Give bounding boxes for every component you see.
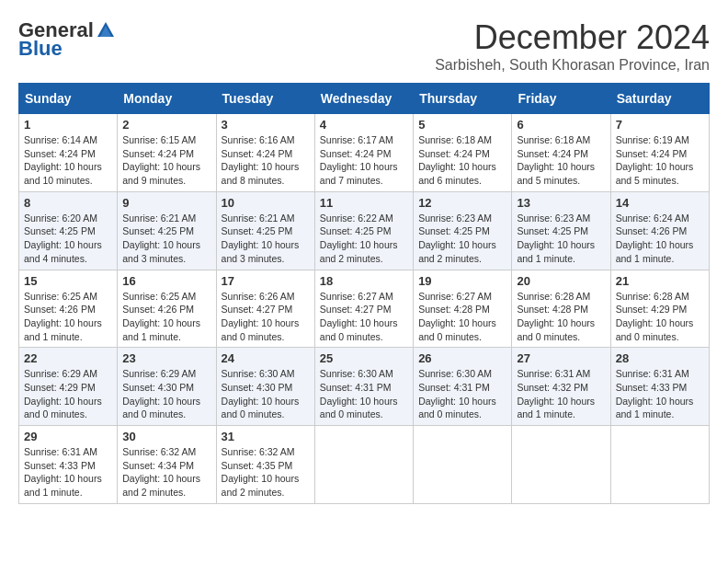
calendar-cell: 14 Sunrise: 6:24 AM Sunset: 4:26 PM Dayl… [610, 191, 709, 270]
daylight-label: Daylight: 10 hours and 9 minutes. [122, 161, 200, 186]
weekday-header-tuesday: Tuesday [216, 84, 314, 114]
sunset-label: Sunset: 4:24 PM [320, 148, 392, 159]
daylight-label: Daylight: 10 hours and 2 minutes. [222, 473, 300, 498]
daylight-label: Daylight: 10 hours and 6 minutes. [418, 161, 496, 186]
day-number: 29 [24, 430, 112, 443]
day-number: 17 [222, 274, 310, 288]
sunset-label: Sunset: 4:33 PM [616, 382, 688, 393]
day-info: Sunrise: 6:32 AM Sunset: 4:35 PM Dayligh… [222, 445, 310, 500]
weekday-header-thursday: Thursday [414, 84, 512, 114]
sunrise-label: Sunrise: 6:28 AM [616, 291, 689, 302]
daylight-label: Daylight: 10 hours and 2 minutes. [418, 239, 496, 264]
sunset-label: Sunset: 4:25 PM [517, 225, 588, 236]
day-info: Sunrise: 6:31 AM Sunset: 4:32 PM Dayligh… [517, 367, 605, 421]
calendar-cell: 6 Sunrise: 6:18 AM Sunset: 4:24 PM Dayli… [512, 114, 610, 192]
daylight-label: Daylight: 10 hours and 1 minute. [24, 473, 102, 498]
calendar-cell: 22 Sunrise: 6:29 AM Sunset: 4:29 PM Dayl… [19, 348, 118, 426]
daylight-label: Daylight: 10 hours and 2 minutes. [320, 239, 398, 264]
sunset-label: Sunset: 4:26 PM [616, 225, 688, 236]
calendar-cell: 24 Sunrise: 6:30 AM Sunset: 4:30 PM Dayl… [216, 348, 314, 426]
daylight-label: Daylight: 10 hours and 1 minute. [122, 317, 200, 342]
calendar-week-4: 22 Sunrise: 6:29 AM Sunset: 4:29 PM Dayl… [19, 348, 710, 426]
day-info: Sunrise: 6:17 AM Sunset: 4:24 PM Dayligh… [320, 133, 408, 188]
sunset-label: Sunset: 4:33 PM [24, 460, 96, 471]
sunset-label: Sunset: 4:24 PM [418, 148, 490, 159]
calendar-cell: 29 Sunrise: 6:31 AM Sunset: 4:33 PM Dayl… [19, 426, 118, 504]
day-number: 21 [616, 274, 704, 288]
day-info: Sunrise: 6:22 AM Sunset: 4:25 PM Dayligh… [320, 212, 408, 266]
day-number: 28 [616, 351, 704, 365]
daylight-label: Daylight: 10 hours and 1 minute. [517, 239, 595, 264]
day-number: 14 [616, 196, 704, 210]
sunset-label: Sunset: 4:27 PM [222, 304, 293, 315]
calendar-week-2: 8 Sunrise: 6:20 AM Sunset: 4:25 PM Dayli… [19, 191, 710, 270]
weekday-header-saturday: Saturday [610, 84, 709, 114]
sunrise-label: Sunrise: 6:30 AM [320, 368, 393, 379]
month-title: December 2024 [435, 18, 710, 57]
sunset-label: Sunset: 4:25 PM [24, 225, 96, 236]
sunset-label: Sunset: 4:26 PM [122, 304, 194, 315]
sunrise-label: Sunrise: 6:19 AM [616, 134, 689, 145]
day-info: Sunrise: 6:31 AM Sunset: 4:33 PM Dayligh… [24, 445, 112, 500]
daylight-label: Daylight: 10 hours and 0 minutes. [320, 396, 398, 420]
sunrise-label: Sunrise: 6:27 AM [418, 291, 492, 302]
sunrise-label: Sunrise: 6:32 AM [222, 446, 295, 457]
day-number: 10 [222, 196, 310, 210]
day-info: Sunrise: 6:32 AM Sunset: 4:34 PM Dayligh… [122, 445, 210, 500]
calendar-cell: 31 Sunrise: 6:32 AM Sunset: 4:35 PM Dayl… [216, 426, 314, 504]
day-number: 24 [222, 351, 310, 365]
calendar-week-3: 15 Sunrise: 6:25 AM Sunset: 4:26 PM Dayl… [19, 270, 710, 348]
day-info: Sunrise: 6:28 AM Sunset: 4:28 PM Dayligh… [517, 290, 605, 344]
weekday-header-sunday: Sunday [19, 84, 118, 114]
day-info: Sunrise: 6:29 AM Sunset: 4:29 PM Dayligh… [24, 367, 112, 421]
calendar-cell: 13 Sunrise: 6:23 AM Sunset: 4:25 PM Dayl… [512, 191, 610, 270]
calendar-cell [512, 426, 610, 504]
sunrise-label: Sunrise: 6:20 AM [24, 213, 97, 224]
calendar-cell: 20 Sunrise: 6:28 AM Sunset: 4:28 PM Dayl… [512, 270, 610, 348]
daylight-label: Daylight: 10 hours and 0 minutes. [122, 396, 200, 420]
calendar-cell: 21 Sunrise: 6:28 AM Sunset: 4:29 PM Dayl… [610, 270, 709, 348]
day-number: 30 [122, 430, 210, 443]
day-info: Sunrise: 6:31 AM Sunset: 4:33 PM Dayligh… [616, 367, 704, 421]
calendar-cell: 10 Sunrise: 6:21 AM Sunset: 4:25 PM Dayl… [216, 191, 314, 270]
day-number: 23 [122, 351, 210, 365]
calendar-week-5: 29 Sunrise: 6:31 AM Sunset: 4:33 PM Dayl… [19, 426, 710, 504]
calendar-cell: 1 Sunrise: 6:14 AM Sunset: 4:24 PM Dayli… [19, 114, 118, 192]
day-number: 20 [517, 274, 605, 288]
daylight-label: Daylight: 10 hours and 0 minutes. [517, 317, 595, 342]
day-number: 8 [24, 196, 112, 210]
sunrise-label: Sunrise: 6:32 AM [122, 446, 196, 457]
sunset-label: Sunset: 4:25 PM [418, 225, 490, 236]
day-info: Sunrise: 6:27 AM Sunset: 4:27 PM Dayligh… [320, 290, 408, 344]
day-info: Sunrise: 6:21 AM Sunset: 4:25 PM Dayligh… [122, 212, 210, 266]
day-info: Sunrise: 6:18 AM Sunset: 4:24 PM Dayligh… [418, 133, 506, 188]
day-info: Sunrise: 6:30 AM Sunset: 4:31 PM Dayligh… [418, 367, 506, 421]
calendar-cell: 5 Sunrise: 6:18 AM Sunset: 4:24 PM Dayli… [414, 114, 512, 192]
sunrise-label: Sunrise: 6:26 AM [222, 291, 295, 302]
sunrise-label: Sunrise: 6:29 AM [122, 368, 196, 379]
day-info: Sunrise: 6:23 AM Sunset: 4:25 PM Dayligh… [517, 212, 605, 266]
sunset-label: Sunset: 4:29 PM [616, 304, 688, 315]
calendar-cell: 4 Sunrise: 6:17 AM Sunset: 4:24 PM Dayli… [314, 114, 413, 192]
day-number: 9 [122, 196, 210, 210]
sunset-label: Sunset: 4:32 PM [517, 382, 588, 393]
day-info: Sunrise: 6:24 AM Sunset: 4:26 PM Dayligh… [616, 212, 704, 266]
day-number: 31 [222, 430, 310, 443]
sunrise-label: Sunrise: 6:27 AM [320, 291, 393, 302]
day-number: 26 [418, 351, 506, 365]
calendar-cell: 8 Sunrise: 6:20 AM Sunset: 4:25 PM Dayli… [19, 191, 118, 270]
daylight-label: Daylight: 10 hours and 1 minute. [24, 317, 102, 342]
page-header: General Blue December 2024 Sarbisheh, So… [18, 18, 710, 74]
day-info: Sunrise: 6:20 AM Sunset: 4:25 PM Dayligh… [24, 212, 112, 266]
sunset-label: Sunset: 4:28 PM [517, 304, 588, 315]
sunset-label: Sunset: 4:24 PM [24, 148, 96, 159]
calendar-table: SundayMondayTuesdayWednesdayThursdayFrid… [18, 83, 710, 504]
logo: General Blue [18, 18, 116, 61]
sunset-label: Sunset: 4:24 PM [616, 148, 688, 159]
sunset-label: Sunset: 4:24 PM [222, 148, 293, 159]
day-number: 2 [122, 118, 210, 132]
daylight-label: Daylight: 10 hours and 2 minutes. [122, 473, 200, 498]
daylight-label: Daylight: 10 hours and 0 minutes. [24, 396, 102, 420]
calendar-cell [414, 426, 512, 504]
day-number: 13 [517, 196, 605, 210]
